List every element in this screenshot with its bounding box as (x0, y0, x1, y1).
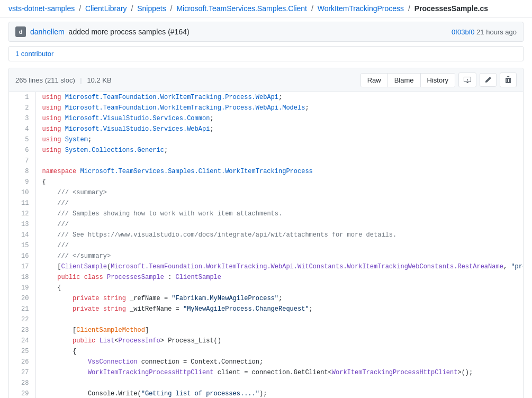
table-row: 20 private string _refName = "Fabrikam.M… (9, 293, 523, 304)
breadcrumb-link-clientlibrary[interactable]: ClientLibrary (85, 4, 127, 13)
table-row: 22 (9, 314, 523, 325)
line-number: 10 (9, 187, 35, 198)
code-container: 1using Microsoft.TeamFoundation.WorkItem… (9, 92, 523, 398)
file-actions: Raw Blame History (360, 73, 517, 87)
line-code: /// </summary> (35, 251, 523, 261)
code-table: 1using Microsoft.TeamFoundation.WorkItem… (9, 92, 523, 398)
table-row: 27 WorkItemTrackingProcessHttpClient cli… (9, 367, 523, 378)
line-code: { (35, 283, 523, 293)
table-row: 28 (9, 378, 523, 388)
table-row: 3using Microsoft.VisualStudio.Services.C… (9, 113, 523, 124)
line-number: 26 (9, 357, 35, 367)
line-number: 15 (9, 240, 35, 251)
view-mode-buttons: Raw Blame History (360, 73, 455, 87)
line-number: 17 (9, 261, 35, 272)
table-row: 11 /// (9, 198, 523, 209)
line-number: 29 (9, 388, 35, 398)
line-number: 13 (9, 219, 35, 230)
file-stats-sep: | (80, 76, 82, 84)
line-code: private string _refName = "Fabrikam.MyNe… (35, 293, 523, 304)
line-code: { (35, 346, 523, 357)
breadcrumb-link-snippets[interactable]: Snippets (137, 4, 166, 13)
line-number: 7 (9, 156, 35, 166)
line-code (35, 378, 523, 388)
table-row: 29 Console.Write("Getting list of proces… (9, 388, 523, 398)
commit-time: 21 hours ago (476, 28, 517, 36)
line-number: 21 (9, 304, 35, 314)
line-code: using Microsoft.TeamFoundation.WorkItemT… (35, 103, 523, 113)
desktop-icon-button[interactable] (458, 73, 476, 87)
table-row: 26 VssConnection connection = Context.Co… (9, 357, 523, 367)
line-number: 9 (9, 177, 35, 187)
breadcrumb-current-file: ProcessesSample.cs (414, 4, 488, 13)
table-row: 21 private string _witRefName = "MyNewAg… (9, 304, 523, 314)
contributors-bar: 1 contributor (8, 46, 524, 61)
table-row: 5using System; (9, 134, 523, 145)
line-code: public List<ProcessInfo> Process_List() (35, 336, 523, 346)
breadcrumb-sep-5: / (408, 4, 410, 13)
line-number: 20 (9, 293, 35, 304)
history-button[interactable]: History (421, 74, 455, 87)
line-code: /// Samples showing how to work with wor… (35, 209, 523, 219)
table-row: 25 { (9, 346, 523, 357)
line-code: WorkItemTrackingProcessHttpClient client… (35, 367, 523, 378)
file-viewer: 265 lines (211 sloc) | 10.2 KB Raw Blame… (8, 68, 524, 398)
breadcrumb-sep-4: / (311, 4, 313, 13)
line-code: [ClientSampleMethod] (35, 325, 523, 336)
commit-author: danhellem (30, 28, 65, 36)
line-code: private string _witRefName = "MyNewAgile… (35, 304, 523, 314)
breadcrumb-sep-2: / (131, 4, 133, 13)
file-lines: 265 lines (211 sloc) (15, 76, 75, 84)
line-code: { (35, 177, 523, 187)
file-size: 10.2 KB (87, 76, 111, 84)
table-row: 23 [ClientSampleMethod] (9, 325, 523, 336)
breadcrumb-link-samples-client[interactable]: Microsoft.TeamServices.Samples.Client (176, 4, 307, 13)
edit-icon-button[interactable] (480, 73, 497, 87)
line-number: 22 (9, 314, 35, 325)
line-number: 28 (9, 378, 35, 388)
blame-button[interactable]: Blame (388, 74, 421, 87)
table-row: 9{ (9, 177, 523, 187)
contributors-link[interactable]: 1 contributor (15, 50, 53, 58)
line-code: Console.Write("Getting list of processes… (35, 388, 523, 398)
line-number: 24 (9, 336, 35, 346)
line-number: 16 (9, 251, 35, 261)
raw-button[interactable]: Raw (361, 74, 388, 87)
line-code: /// See https://www.visualstudio.com/doc… (35, 230, 523, 240)
commit-author-link[interactable]: danhellem (30, 28, 65, 36)
breadcrumb: vsts-dotnet-samples / ClientLibrary / Sn… (0, 0, 532, 17)
delete-icon-button[interactable] (500, 73, 517, 87)
line-code: /// (35, 219, 523, 230)
table-row: 24 public List<ProcessInfo> Process_List… (9, 336, 523, 346)
table-row: 1using Microsoft.TeamFoundation.WorkItem… (9, 92, 523, 103)
table-row: 4using Microsoft.VisualStudio.Services.W… (9, 124, 523, 134)
table-row: 14 /// See https://www.visualstudio.com/… (9, 230, 523, 240)
breadcrumb-link-workitem[interactable]: WorkItemTrackingProcess (318, 4, 404, 13)
table-row: 15 /// (9, 240, 523, 251)
breadcrumb-link-repo[interactable]: vsts-dotnet-samples (8, 4, 75, 13)
line-number: 27 (9, 367, 35, 378)
line-number: 1 (9, 92, 35, 103)
line-code: using System; (35, 134, 523, 145)
commit-bar: d danhellem added more process samples (… (8, 22, 524, 42)
line-code: public class ProcessesSample : ClientSam… (35, 272, 523, 283)
table-row: 16 /// </summary> (9, 251, 523, 261)
table-row: 7 (9, 156, 523, 166)
commit-info-right: 0f03bf0 21 hours ago (452, 28, 517, 36)
line-code: using Microsoft.VisualStudio.Services.Co… (35, 113, 523, 124)
line-number: 18 (9, 272, 35, 283)
line-number: 5 (9, 134, 35, 145)
table-row: 18 public class ProcessesSample : Client… (9, 272, 523, 283)
breadcrumb-sep-1: / (79, 4, 81, 13)
commit-hash-link[interactable]: 0f03bf0 (452, 28, 474, 36)
commit-info-left: d danhellem added more process samples (… (15, 26, 190, 37)
contributors-label: contributor (21, 50, 53, 58)
line-number: 2 (9, 103, 35, 113)
line-code: /// (35, 240, 523, 251)
commit-message: added more process samples (#164) (69, 28, 190, 36)
line-number: 11 (9, 198, 35, 209)
table-row: 19 { (9, 283, 523, 293)
line-code: /// (35, 198, 523, 209)
line-number: 4 (9, 124, 35, 134)
line-code (35, 314, 523, 325)
